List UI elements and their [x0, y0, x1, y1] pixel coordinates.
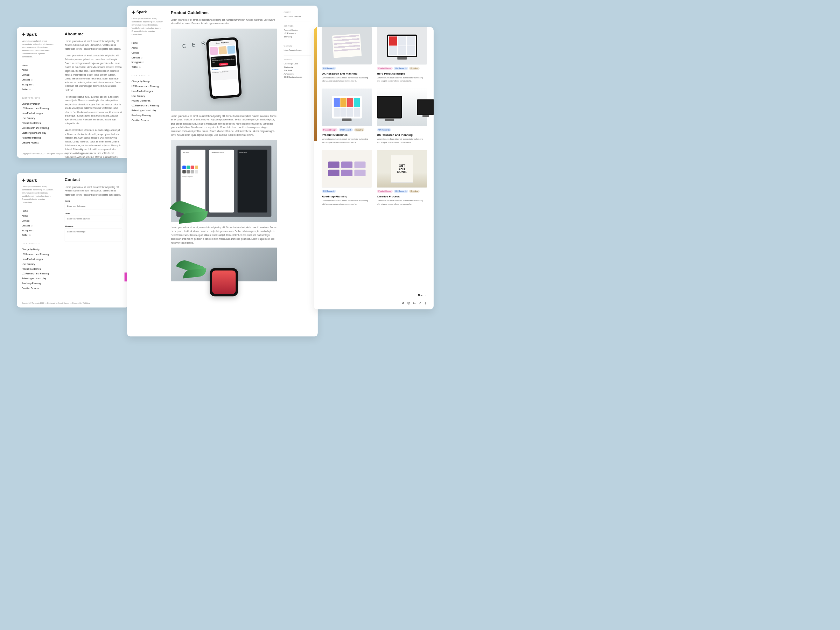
project-thumbnail: GETSHITDONE. — [377, 150, 427, 188]
accent-strip — [314, 27, 317, 141]
project-tag[interactable]: Product Design — [322, 128, 338, 131]
nav-link[interactable]: Balancing work and play — [22, 132, 46, 134]
nav-link[interactable]: Dribbble⧉ — [22, 224, 33, 227]
project-tag[interactable]: Product Design — [377, 67, 393, 70]
nav-link[interactable]: Instagram⧉ — [22, 83, 34, 86]
about-paragraph: Lorem ipsum dolor sit amet, consectetur … — [65, 39, 122, 51]
project-card[interactable]: Product DesignUX ResearchBranding Produc… — [322, 88, 372, 144]
name-input[interactable] — [65, 203, 122, 209]
article-paragraph: Lorem ipsum dolor sit amet, consectetur … — [171, 114, 277, 137]
project-tags: Product DesignUX ResearchBranding — [377, 67, 427, 70]
project-description: Lorem ipsum dolor sit amet, consectetur … — [377, 137, 427, 144]
email-input[interactable] — [65, 216, 122, 222]
nav-link[interactable]: Roadmap Planning — [22, 282, 41, 284]
twitter-icon[interactable] — [401, 302, 404, 305]
nav-link[interactable]: UX Research and Planning — [22, 127, 49, 129]
section-label-projects: CLIENT PROJECTS — [22, 97, 54, 99]
nav-link[interactable]: About — [22, 215, 28, 217]
project-card[interactable]: GETSHITDONE. Product DesignUX ResearchBr… — [377, 150, 427, 206]
nav-link[interactable]: Product Guidelines — [132, 100, 150, 102]
nav-link[interactable]: Contact — [132, 51, 139, 54]
nav-link[interactable]: Instagram⧉ — [22, 229, 34, 232]
project-tag[interactable]: UX Research — [322, 67, 336, 70]
brand[interactable]: ✦Spark — [22, 32, 54, 36]
email-label: Email — [65, 212, 122, 215]
panel-contact: ✦Spark Lorem ipsum dolor sit amet, conse… — [17, 173, 129, 307]
brand[interactable]: ✦Spark — [132, 10, 166, 14]
nav-link[interactable]: Roadmap Planning — [132, 114, 151, 117]
nav-link[interactable]: About — [22, 69, 28, 71]
project-tag[interactable]: Branding — [354, 128, 364, 131]
message-input[interactable] — [65, 229, 122, 242]
nav-link[interactable]: UX Research and Planning — [132, 85, 159, 87]
nav-link[interactable]: Balancing work and play — [132, 109, 156, 112]
projects-grid: UX Research UX Research and Planning Lor… — [322, 27, 427, 205]
article-body: Product Guidelines Lorem ipsum dolor sit… — [171, 10, 279, 281]
nav-link[interactable]: Creative Process — [132, 119, 149, 122]
project-card[interactable]: UX Research Roadmap Planning Lorem ipsum… — [322, 150, 372, 206]
nav-link[interactable]: Roadmap Planning — [22, 136, 41, 139]
nav-link[interactable]: Hero Product Images — [22, 258, 43, 261]
nav-link[interactable]: UX Research and Planning — [132, 105, 159, 107]
project-tag[interactable]: UX Research — [322, 190, 336, 193]
project-tag[interactable]: UX Research — [339, 128, 353, 131]
nav-link[interactable]: UX Research and Planning — [22, 107, 49, 110]
nav-link[interactable]: Contact — [22, 74, 29, 76]
project-tag[interactable]: Branding — [409, 190, 420, 193]
nav-link[interactable]: User Journey — [22, 117, 35, 119]
nav-projects: Change by DesignUX Research and Planning… — [132, 79, 166, 123]
external-link-icon: ⧉ — [29, 88, 31, 91]
project-tag[interactable]: UX Research — [394, 67, 408, 70]
tiktok-icon[interactable] — [418, 302, 422, 305]
nav-link[interactable]: About — [132, 47, 137, 49]
brand[interactable]: ✦Spark — [22, 178, 54, 182]
nav-link[interactable]: Home — [22, 210, 28, 212]
instagram-icon[interactable] — [407, 302, 410, 305]
nav-link[interactable]: Product Guidelines — [22, 122, 41, 124]
nav-link[interactable]: Home — [132, 42, 137, 44]
project-tag[interactable]: Branding — [409, 67, 420, 70]
project-tag[interactable]: UX Research — [394, 190, 408, 193]
pager-next[interactable]: Next→ — [418, 294, 427, 297]
nav-link[interactable]: Hero Product Images — [132, 90, 153, 92]
nav-link[interactable]: User Journey — [132, 95, 145, 97]
nav-primary: HomeAboutContactDribbble⧉Instagram⧉Twitt… — [22, 208, 54, 238]
nav-link[interactable]: Hero Product Images — [22, 112, 43, 115]
project-card[interactable]: UX Research UX Research and Planning Lor… — [322, 27, 372, 83]
nav-link[interactable]: Product Guidelines — [22, 268, 41, 270]
brand-name: Spark — [27, 32, 37, 36]
meta-website[interactable]: https://spark.design — [284, 49, 311, 52]
nav-link[interactable]: Creative Process — [22, 141, 39, 144]
nav-link[interactable]: Instagram⧉ — [132, 61, 144, 64]
nav-link[interactable]: Change by Design — [22, 248, 40, 251]
facebook-icon[interactable] — [424, 302, 427, 305]
nav-link[interactable]: Twitter⧉ — [132, 66, 141, 69]
nav-link[interactable]: Change by Design — [132, 80, 150, 83]
nav-link[interactable]: UX Research and Planning — [22, 273, 49, 275]
nav-link[interactable]: Dribbble⧉ — [22, 78, 33, 81]
project-tag[interactable]: UX Research — [377, 128, 391, 131]
sidebar: ✦Spark Lorem ipsum dolor sit amet, conse… — [127, 10, 166, 281]
nav-link[interactable]: Twitter⧉ — [22, 234, 31, 237]
project-card[interactable]: UX Research UX Research and Planning Lor… — [377, 88, 427, 144]
nav-link[interactable]: Home — [22, 64, 28, 66]
brand-name: Spark — [136, 10, 147, 14]
project-tags: UX Research — [377, 128, 427, 131]
nav-link[interactable]: User Journey — [22, 263, 35, 265]
project-card[interactable]: Product DesignUX ResearchBranding Hero P… — [377, 27, 427, 83]
project-title: Hero Product Images — [377, 72, 427, 75]
nav-link[interactable]: Creative Process — [22, 287, 39, 289]
external-link-icon: ⧉ — [142, 61, 144, 64]
nav-link[interactable]: UX Research and Planning — [22, 253, 49, 256]
nav-link[interactable]: Dribbble⧉ — [132, 56, 142, 59]
linkedin-icon[interactable] — [413, 302, 416, 305]
nav-link[interactable]: Twitter⧉ — [22, 88, 31, 91]
phone-banner: News+ Everything you love about Apple Ne… — [211, 55, 236, 68]
nav-link[interactable]: Balancing work and play — [22, 278, 46, 280]
external-link-icon: ⧉ — [33, 83, 34, 86]
arrow-right-icon: → — [425, 294, 427, 297]
nav-link[interactable]: Change by Design — [22, 103, 40, 105]
nav-link[interactable]: Contact — [22, 219, 29, 222]
meta-services: Product DesignUX ResearchBranding — [284, 28, 311, 38]
project-tag[interactable]: Product Design — [377, 190, 393, 193]
